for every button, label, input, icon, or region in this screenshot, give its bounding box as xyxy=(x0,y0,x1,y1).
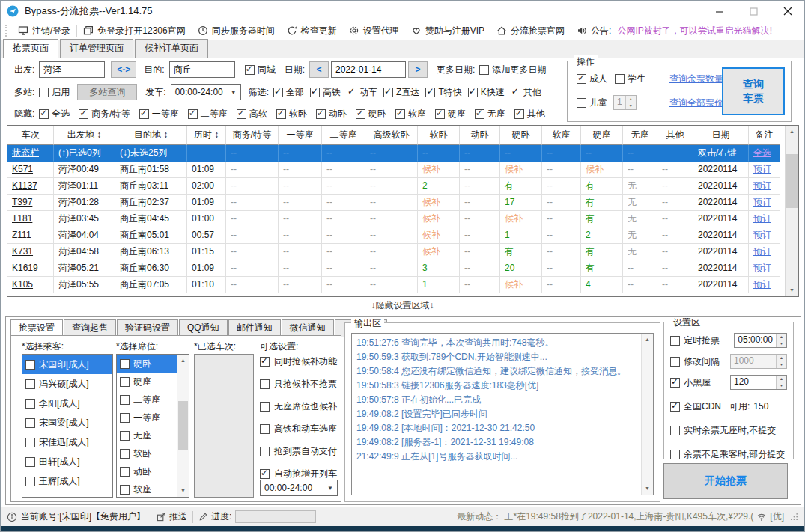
train-row[interactable]: K1619菏泽05:21商丘南06:3001:09--------3--20--… xyxy=(7,260,786,277)
column-header[interactable]: 出发地 ↕ xyxy=(54,126,115,145)
column-header[interactable]: 一等座 xyxy=(279,126,322,145)
push-button[interactable]: 推送 xyxy=(169,510,187,523)
seat-hide-checkbox[interactable]: 动卧 xyxy=(316,108,347,120)
table-scrollbar[interactable]: ▲ ▼ xyxy=(785,126,798,296)
multi-enable-checkbox[interactable]: 启用 xyxy=(39,86,70,99)
passenger-item[interactable]: 宋佳迅[成人] xyxy=(22,432,112,452)
seat-hide-checkbox[interactable]: 商务/特等 xyxy=(79,108,130,120)
checkbox-icon[interactable] xyxy=(120,449,130,459)
column-header[interactable]: 软卧 xyxy=(418,126,460,145)
checkbox-icon[interactable] xyxy=(25,438,35,447)
book-link[interactable]: 预订 xyxy=(749,195,780,211)
logout-login-button[interactable]: 注销/登录 xyxy=(12,25,76,37)
column-header[interactable]: 软座 xyxy=(542,126,581,145)
scroll-up-icon[interactable]: ▲ xyxy=(642,334,653,346)
timed-grab-checkbox[interactable] xyxy=(670,336,680,346)
timed-grab-stepper[interactable]: 05:00:00▲▼ xyxy=(734,333,787,348)
child-count-stepper[interactable]: 1▲▼ xyxy=(613,95,637,110)
option-checkbox[interactable]: 无座席位也候补 xyxy=(260,399,339,414)
sync-time-button[interactable]: 同步服务器时间 xyxy=(192,25,281,37)
child-checkbox[interactable]: 儿童 xyxy=(577,97,607,109)
same-city-checkbox[interactable]: 同城 xyxy=(245,64,276,76)
booking-tab[interactable]: 验证码设置 xyxy=(117,319,178,337)
to-input[interactable] xyxy=(169,61,235,78)
seat-hide-checkbox[interactable]: 高软 xyxy=(237,108,267,120)
train-type-checkbox[interactable]: 全部 xyxy=(273,86,304,99)
from-input[interactable] xyxy=(39,61,105,78)
date-input[interactable] xyxy=(331,61,406,78)
seat-item[interactable]: 二等座 xyxy=(117,391,177,409)
interval-stepper[interactable]: 1000▲▼ xyxy=(730,354,787,369)
scroll-down-icon[interactable]: ▼ xyxy=(177,485,189,497)
checkbox-icon[interactable] xyxy=(120,395,130,405)
train-number[interactable]: K1137 xyxy=(7,178,54,195)
tab-order-manage[interactable]: 订单管理页面 xyxy=(60,39,133,58)
booking-tab[interactable]: 微信通知 xyxy=(282,319,334,337)
checkbox-icon[interactable] xyxy=(120,377,130,387)
scroll-down-icon[interactable]: ▼ xyxy=(786,284,798,296)
seat-hide-checkbox[interactable]: 硬座 xyxy=(435,108,466,120)
checkbox-icon[interactable] xyxy=(120,485,130,495)
status-row[interactable]: 状态栏(↑)已选0列(↓)未选25列--------------------双击… xyxy=(7,145,786,162)
checkbox-icon[interactable] xyxy=(25,379,35,389)
seat-hide-checkbox[interactable]: 硬卧 xyxy=(356,108,386,120)
seat-hide-checkbox[interactable]: 一等座 xyxy=(139,108,179,120)
column-header[interactable]: 二等座 xyxy=(322,126,365,145)
train-type-checkbox[interactable]: 高铁 xyxy=(310,86,341,99)
student-checkbox[interactable]: 学生 xyxy=(615,73,645,85)
stepper-arrows-icon[interactable]: ▲▼ xyxy=(776,376,786,389)
book-link[interactable]: 预订 xyxy=(749,244,780,260)
train-row[interactable]: K731菏泽04:58商丘南06:1301:15--------候补--有--有… xyxy=(7,244,786,260)
train-number[interactable]: 状态栏 xyxy=(7,145,54,162)
multi-query-button[interactable]: 多站查询 xyxy=(77,84,137,100)
seat-item[interactable]: 软卧 xyxy=(117,444,177,462)
train-row[interactable]: K105菏泽05:55商丘南07:0501:10--------1--候补--4… xyxy=(7,277,786,293)
scroll-thumb[interactable] xyxy=(178,401,188,450)
option-checkbox[interactable]: 只抢候补不抢票 xyxy=(260,376,339,391)
adult-checkbox[interactable]: 成人 xyxy=(577,73,607,85)
checkbox-icon[interactable] xyxy=(25,418,35,428)
book-link[interactable]: 预订 xyxy=(749,260,780,277)
train-type-checkbox[interactable]: Z直达 xyxy=(383,86,419,99)
stepper-arrows-icon[interactable]: ▲▼ xyxy=(625,96,636,109)
column-header[interactable]: 日期 xyxy=(693,126,749,145)
book-link[interactable]: 预订 xyxy=(749,162,780,178)
checkbox-icon[interactable] xyxy=(25,360,35,370)
minimize-button[interactable] xyxy=(703,1,737,22)
book-link[interactable]: 预订 xyxy=(749,178,780,195)
checkbox-icon[interactable] xyxy=(120,467,130,477)
depart-time-select[interactable]: 00:00-24:00▼ xyxy=(171,84,241,100)
train-row[interactable]: K1137菏泽01:11商丘南03:1102:00--------2--有--有… xyxy=(7,178,786,195)
stepper-arrows-icon[interactable]: ▲▼ xyxy=(776,334,786,347)
query-price-link[interactable]: 查询全部票价 xyxy=(669,97,723,109)
set-proxy-button[interactable]: 设置代理 xyxy=(343,25,405,37)
seat-item[interactable]: 软座 xyxy=(117,480,177,497)
train-number[interactable]: K105 xyxy=(7,277,54,293)
column-header[interactable]: 硬座 xyxy=(581,126,623,145)
seat-hide-checkbox[interactable]: 无座 xyxy=(475,108,505,120)
seat-item[interactable]: 硬卧 xyxy=(117,355,177,373)
checkbox-icon[interactable] xyxy=(120,413,130,423)
scroll-up-icon[interactable]: ▲ xyxy=(786,126,798,138)
book-link[interactable]: 预订 xyxy=(749,227,780,244)
maximize-button[interactable] xyxy=(737,1,771,22)
seat-hide-checkbox[interactable]: 软卧 xyxy=(276,108,307,120)
column-header[interactable]: 商务/特等 xyxy=(226,126,279,145)
seat-hide-checkbox[interactable]: 软座 xyxy=(395,108,426,120)
train-type-checkbox[interactable]: 其他 xyxy=(511,86,541,99)
query-remaining-link[interactable]: 查询余票数量 xyxy=(669,73,723,85)
column-header[interactable]: 其他 xyxy=(657,126,693,145)
query-tickets-button[interactable]: 查询 车票 xyxy=(722,67,785,115)
seat-list[interactable]: 硬卧硬座二等座一等座无座软卧动卧软座商务座特等座 ▲ ▼ xyxy=(116,354,189,498)
chosen-trains-box[interactable] xyxy=(194,354,254,498)
seat-item[interactable]: 动卧 xyxy=(117,462,177,480)
sponsor-vip-button[interactable]: 赞助与注册VIP xyxy=(405,25,490,37)
checkbox-icon[interactable] xyxy=(25,457,35,467)
train-type-checkbox[interactable]: 动车 xyxy=(347,86,377,99)
booking-tab[interactable]: 邮件通知 xyxy=(228,319,281,337)
train-type-checkbox[interactable]: K快速 xyxy=(468,86,505,99)
close-button[interactable] xyxy=(771,1,804,22)
option-checkbox[interactable]: 自动抢增开列车 xyxy=(260,466,339,481)
train-number[interactable]: K571 xyxy=(7,162,54,178)
passenger-item[interactable]: 宋国梁[成人] xyxy=(22,413,112,432)
